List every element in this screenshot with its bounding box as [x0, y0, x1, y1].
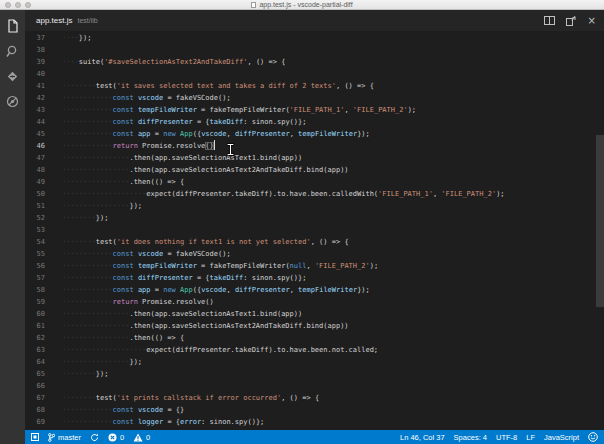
code-text: ················.then(app.saveSelectionA… [53, 320, 349, 332]
whitespace-dots: ············ [62, 406, 113, 414]
close-icon[interactable]: × [588, 16, 596, 26]
line-number: 56 [25, 260, 53, 272]
indentation-status[interactable]: Spaces: 4 [454, 433, 487, 442]
errors-count: 0 [120, 433, 124, 442]
feedback-smiley-icon[interactable] [588, 432, 598, 442]
git-branch-status[interactable]: master [48, 433, 81, 442]
vertical-scrollbar-thumb[interactable] [596, 135, 604, 307]
code-line[interactable]: 58············const app = new App({vscod… [25, 284, 604, 296]
code-text: ············const logger = {error: sinon… [53, 416, 264, 428]
code-line[interactable]: 38 [25, 44, 604, 56]
whitespace-dots: ············ [62, 130, 113, 138]
line-number: 60 [25, 308, 53, 320]
code-line[interactable]: 60················.then(app.saveSelectio… [25, 308, 604, 320]
code-line[interactable]: 44············const diffPresenter = {tak… [25, 116, 604, 128]
code-line[interactable]: 54········test('it does nothing if text1… [25, 236, 604, 248]
code-line[interactable]: 50····················expect(diffPresent… [25, 188, 604, 200]
code-line[interactable]: 59············return Promise.resolve() [25, 296, 604, 308]
code-text: ············const diffPresenter = {takeD… [53, 116, 306, 128]
debug-icon [6, 95, 19, 108]
code-line[interactable]: 63····················expect(diffPresent… [25, 344, 604, 356]
line-number: 63 [25, 344, 53, 356]
code-line[interactable]: 46············return Promise.resolve() [25, 140, 604, 152]
code-line[interactable]: 62················.then(() => { [25, 332, 604, 344]
code-line[interactable]: 52········}); [25, 212, 604, 224]
square-badge-icon[interactable] [31, 433, 39, 441]
sidebar-item-search[interactable] [5, 43, 21, 59]
code-line[interactable]: 53 [25, 224, 604, 236]
code-text: ····suite('#saveSelectionAsText2AndTakeD… [53, 56, 285, 68]
status-bar: master 0 [25, 430, 604, 444]
whitespace-dots: ············ [62, 262, 113, 270]
code-line[interactable]: 64················}); [25, 356, 604, 368]
code-line[interactable]: 69············const logger = {error: sin… [25, 416, 604, 428]
code-text: ············return Promise.resolve() [53, 140, 215, 152]
code-line[interactable]: 47················.then(app.saveSelectio… [25, 152, 604, 164]
code-line[interactable]: 67········test('it prints callstack if e… [25, 392, 604, 404]
code-text: ················.then(() => { [53, 332, 184, 344]
code-text: ············const app = new App({vscode,… [53, 284, 370, 296]
code-text: ········}); [53, 212, 108, 224]
split-editor-icon[interactable] [544, 16, 555, 25]
code-line[interactable]: 55············const vscode = fakeVSCode(… [25, 248, 604, 260]
code-line[interactable]: 61················.then(app.saveSelectio… [25, 320, 604, 332]
window-title: app.test.js - vscode-partial-diff [0, 0, 604, 10]
code-line[interactable]: 43············const tempFileWriter = fak… [25, 104, 604, 116]
whitespace-dots: ···· [62, 34, 79, 42]
code-line[interactable]: 39····suite('#saveSelectionAsText2AndTak… [25, 56, 604, 68]
code-line[interactable]: 51················}); [25, 200, 604, 212]
code-line[interactable]: 41········test('it saves selected text a… [25, 80, 604, 92]
line-number: 49 [25, 176, 53, 188]
code-text: ········test('it saves selected text and… [53, 80, 374, 92]
editor-actions: × [544, 16, 596, 26]
code-editor[interactable]: 37····});3839····suite('#saveSelectionAs… [25, 31, 604, 430]
line-number: 44 [25, 116, 53, 128]
git-branch-icon [48, 433, 55, 442]
whitespace-dots: ···················· [62, 346, 146, 354]
code-line[interactable]: 42············const vscode = fakeVSCode(… [25, 92, 604, 104]
sidebar-item-explorer[interactable] [5, 18, 21, 34]
code-text: ················}); [53, 200, 142, 212]
code-line[interactable]: 37····}); [25, 32, 604, 44]
code-line[interactable]: 45············const app = new App({vscod… [25, 128, 604, 140]
whitespace-dots: ················ [62, 358, 129, 366]
whitespace-dots: ················ [62, 202, 129, 210]
whitespace-dots: ············ [62, 286, 113, 294]
line-number: 38 [25, 44, 53, 56]
whitespace-dots: ················ [62, 154, 129, 162]
encoding-status[interactable]: UTF-8 [496, 433, 517, 442]
tab-file-name[interactable]: app.test.js [36, 16, 72, 25]
sidebar-item-source-control[interactable] [5, 68, 21, 84]
code-text: ············const app = new App({vscode,… [53, 428, 273, 430]
whitespace-dots: ············ [62, 118, 113, 126]
code-text: ········}); [53, 368, 108, 380]
eol-status[interactable]: LF [526, 433, 535, 442]
code-line[interactable]: 40 [25, 68, 604, 80]
code-line[interactable]: 56············const tempFileWriter = fak… [25, 260, 604, 272]
sync-icon[interactable] [90, 433, 99, 442]
code-text: ····················expect(diffPresenter… [53, 344, 378, 356]
line-number: 59 [25, 296, 53, 308]
code-line[interactable]: 66 [25, 380, 604, 392]
code-line[interactable]: 70············const app = new App({vscod… [25, 428, 604, 430]
warnings-status[interactable]: 0 [133, 433, 150, 442]
whitespace-dots: ········ [62, 370, 96, 378]
whitespace-dots: ············ [62, 106, 113, 114]
code-line[interactable]: 57············const diffPresenter = {tak… [25, 272, 604, 284]
open-preview-icon[interactable] [566, 16, 577, 26]
code-text [53, 224, 62, 236]
line-number: 48 [25, 164, 53, 176]
code-line[interactable]: 68············const vscode = {} [25, 404, 604, 416]
code-line[interactable]: 48················.then(app.saveSelectio… [25, 164, 604, 176]
code-text [53, 44, 62, 56]
code-line[interactable]: 49················.then(() => { [25, 176, 604, 188]
git-branch-label: master [58, 433, 81, 442]
language-mode-status[interactable]: JavaScript [544, 433, 579, 442]
line-number: 52 [25, 212, 53, 224]
errors-status[interactable]: 0 [108, 433, 124, 442]
line-number: 45 [25, 128, 53, 140]
code-text: ················.then(app.saveSelectionA… [53, 164, 349, 176]
code-line[interactable]: 65········}); [25, 368, 604, 380]
cursor-position-status[interactable]: Ln 46, Col 37 [400, 433, 445, 442]
sidebar-item-debug[interactable] [5, 93, 21, 109]
